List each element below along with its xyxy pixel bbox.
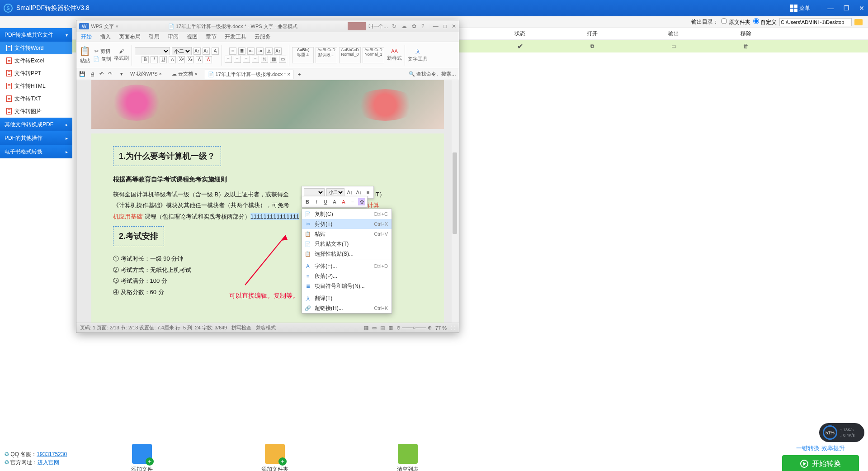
font-size-select[interactable]: 小二 (172, 47, 192, 55)
wps-help-icon[interactable]: ? (421, 23, 425, 29)
align-right-icon[interactable]: ≡ (243, 56, 250, 63)
style-default[interactable]: AaBbCcD默认段… (316, 47, 337, 63)
menu-insert[interactable]: 插入 (100, 33, 111, 41)
category-other-to-pdf[interactable]: 其他文件转换成PDF▸ (0, 118, 72, 131)
menu-view[interactable]: 视图 (187, 33, 198, 41)
strike-icon[interactable]: A̶ (169, 56, 176, 63)
add-folder-button[interactable]: +添加文件夹 (261, 444, 288, 471)
folder-icon[interactable] (854, 19, 863, 25)
scrollbar-thumb[interactable] (453, 152, 457, 234)
mini-shrink-font-icon[interactable]: A↓ (355, 189, 363, 196)
wps-settings-icon[interactable]: ✿ (412, 23, 416, 29)
category-ebook[interactable]: 电子书格式转换▸ (0, 145, 72, 158)
status-spell[interactable]: 拼写检查 (231, 324, 251, 331)
mini-highlight-icon[interactable]: A (331, 198, 338, 205)
shading-icon[interactable]: ▦ (270, 56, 277, 63)
menu-review[interactable]: 审阅 (168, 33, 179, 41)
minimize-button[interactable]: — (827, 5, 834, 12)
tab-document[interactable]: 📄 17年上半年计算一级报考.docx * × (205, 70, 293, 79)
mini-style-icon[interactable]: ✿ (358, 198, 365, 205)
mini-underline-icon[interactable]: U (322, 198, 329, 205)
qat-save-icon[interactable]: 💾 (79, 71, 85, 77)
mini-bold-icon[interactable]: B (304, 198, 311, 205)
ctx-translate[interactable]: 文翻译(T) (302, 293, 392, 303)
cut-icon[interactable]: ✂ (94, 48, 99, 54)
menu-references[interactable]: 引用 (149, 33, 160, 41)
ctx-bullets[interactable]: ≣项目符号和编号(N)... (302, 281, 392, 291)
border-icon[interactable]: ▭ (279, 56, 286, 63)
document-area[interactable]: 1.为什么要考计算机一级？ 根据高等教育自学考试课程免考实施细则 获得全国计算机… (76, 80, 459, 323)
radio-custom[interactable]: 自定义 (753, 18, 777, 26)
start-convert-button[interactable]: 开始转换 (782, 455, 859, 471)
ctx-paste-text[interactable]: 📄只粘贴文本(T) (302, 239, 392, 249)
site-link[interactable]: 进入官网 (38, 459, 59, 466)
ctx-copy[interactable]: 📄复制(C)Ctrl+C (302, 209, 392, 219)
close-button[interactable]: ✕ (859, 5, 864, 12)
remove-icon[interactable]: 🗑 (710, 43, 782, 49)
grow-font-icon[interactable]: A↑ (193, 48, 201, 55)
scrollbar[interactable] (452, 80, 458, 323)
sidebar-item-ppt[interactable]: 文件转PPT (0, 67, 72, 80)
align-center-icon[interactable]: ≡ (234, 56, 241, 63)
text-dir-icon[interactable]: 文 (265, 48, 273, 55)
style-normal1[interactable]: AaBbCcDNormal_1 (363, 47, 384, 63)
italic-icon[interactable]: I (151, 56, 158, 63)
style-normal0[interactable]: AaBbCcDNormal_0 (339, 47, 361, 63)
ctx-paragraph[interactable]: ≡段落(P)... (302, 271, 392, 281)
wps-minimize-button[interactable]: — (433, 23, 439, 29)
font-color-icon[interactable]: A (205, 56, 212, 63)
category-pdf-ops[interactable]: PDF的其他操作▸ (0, 131, 72, 145)
wps-sync-icon[interactable]: ↻ (392, 23, 396, 29)
wps-maximize-button[interactable]: □ (443, 23, 447, 29)
subscript-icon[interactable]: X₂ (187, 56, 194, 63)
output-path-input[interactable] (779, 18, 852, 26)
copy-icon[interactable]: 📄 (93, 56, 99, 62)
paste-group[interactable]: 📋粘贴 (79, 46, 90, 64)
view-outline-icon[interactable]: ▥ (388, 325, 393, 331)
speed-widget[interactable]: 51% ↑ 13K/s↓ 0.4K/s (819, 423, 864, 442)
menu-dev[interactable]: 开发工具 (225, 33, 246, 41)
menu-cloud[interactable]: 云服务 (255, 33, 271, 41)
zoom-level[interactable]: 77 % (435, 325, 447, 331)
category-pdf-to-other[interactable]: PDF转换成其它文件▾ (0, 28, 72, 42)
mini-font-size[interactable]: 小二 (326, 188, 344, 196)
ctx-cut[interactable]: ✂剪切(T)Ctrl+X (302, 219, 392, 229)
text-tool[interactable]: 文文字工具 (408, 48, 428, 62)
wps-cloud-icon[interactable]: ☁ (401, 23, 407, 29)
mini-font[interactable] (304, 188, 325, 196)
menu-layout[interactable]: 页面布局 (119, 33, 141, 41)
superscript-icon[interactable]: X² (178, 56, 185, 63)
line-spacing-icon[interactable]: ⇅ (261, 56, 268, 63)
sort-icon[interactable]: A↕ (274, 48, 282, 55)
wps-close-button[interactable]: ✕ (452, 23, 456, 29)
view-print-icon[interactable]: ▦ (364, 325, 368, 331)
tab-mywps[interactable]: W 我的WPS × (127, 70, 165, 78)
format-painter[interactable]: 🖌格式刷 (114, 48, 129, 62)
qat-print-icon[interactable]: 🖨 (90, 71, 95, 77)
ctx-hyperlink[interactable]: 🔗超链接(H)...Ctrl+K (302, 303, 392, 313)
indent-inc-icon[interactable]: ⇥ (256, 48, 264, 55)
sidebar-item-word[interactable]: 文件转Word (0, 42, 72, 54)
selected-text[interactable]: 111111111111111 (250, 213, 299, 220)
menu-chapter[interactable]: 章节 (206, 33, 217, 41)
clear-format-icon[interactable]: A (212, 48, 219, 55)
style-heading4[interactable]: AaBb(标题 4 (292, 47, 314, 63)
mini-grow-font-icon[interactable]: A↑ (346, 189, 354, 196)
indent-dec-icon[interactable]: ⇤ (247, 48, 255, 55)
numbering-icon[interactable]: ≣ (238, 48, 245, 55)
bold-icon[interactable]: B (142, 56, 149, 63)
menu-button[interactable]: 菜单 (790, 5, 810, 12)
qat-undo-icon[interactable]: ↶ (99, 71, 104, 77)
add-file-button[interactable]: +添加文件 (131, 444, 153, 471)
underline-icon[interactable]: U (160, 56, 167, 63)
clear-list-button[interactable]: 清空列表 (397, 444, 419, 471)
qq-link[interactable]: 1933175230 (37, 451, 67, 457)
tab-cloud[interactable]: ☁ 云文档 × (169, 70, 200, 78)
highlight-icon[interactable]: A (196, 56, 203, 63)
sidebar-item-html[interactable]: 文件转HTML (0, 80, 72, 92)
ctx-paste-special[interactable]: 📋选择性粘贴(S)... (302, 249, 392, 259)
mini-italic-icon[interactable]: I (313, 198, 320, 205)
new-style[interactable]: AA新样式 (387, 48, 402, 62)
shrink-font-icon[interactable]: A↓ (203, 48, 210, 55)
view-web-icon[interactable]: ▤ (380, 325, 385, 331)
